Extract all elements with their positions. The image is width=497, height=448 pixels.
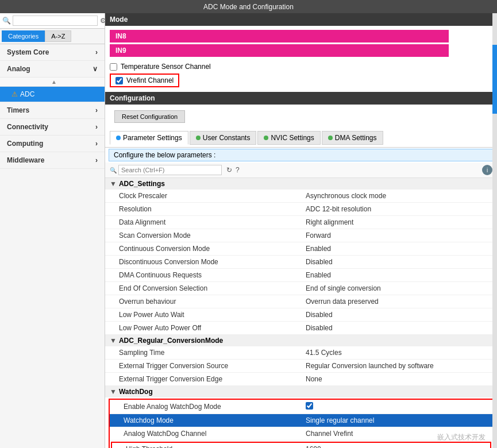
refresh-icon[interactable]: ↻: [226, 166, 232, 174]
sidebar-item-label: Timers: [7, 106, 29, 114]
sidebar-item-adc[interactable]: ⚠ ADC: [0, 87, 105, 102]
param-name: Low Power Auto Power Off: [119, 323, 306, 333]
param-row-data-alignment: Data Alignment Right alignment: [105, 216, 497, 229]
sidebar-item-label: System Core: [7, 48, 49, 56]
param-value[interactable]: Enabled: [306, 244, 492, 254]
watchdog-outer-box: Enable Analog WatchDog Mode Watchdog Mod…: [109, 399, 494, 448]
chevron-right-icon: ›: [95, 123, 98, 131]
help-icon[interactable]: ?: [236, 166, 240, 174]
mode-label: Mode: [110, 16, 128, 24]
sidebar-item-label: Analog: [7, 65, 30, 73]
param-row-dma-continuous: DMA Continuous Requests Enabled: [105, 269, 497, 282]
param-tab-bar: Parameter Settings User Constants NVIC S…: [105, 129, 497, 148]
watchdog-row-mode: Watchdog Mode Single regular channel: [110, 414, 492, 427]
param-value[interactable]: Regular Conversion launched by software: [306, 361, 492, 371]
param-search-input[interactable]: [118, 165, 222, 175]
param-row-ext-trigger-edge: External Trigger Conversion Edge None: [105, 373, 497, 386]
reset-btn-container: Reset Configuration: [105, 105, 497, 129]
group-label: ADC_Settings: [119, 180, 165, 188]
sidebar-item-label: Middleware: [7, 156, 44, 164]
chevron-right-icon: ›: [95, 48, 98, 56]
sidebar-item-connectivity[interactable]: Connectivity ›: [0, 119, 105, 136]
gear-icon[interactable]: ⚙: [100, 17, 105, 25]
param-row-ext-trigger-source: External Trigger Conversion Source Regul…: [105, 360, 497, 373]
param-value[interactable]: Disabled: [306, 257, 492, 267]
configure-label-bar: Configure the below parameters :: [109, 149, 494, 161]
mode-section-header: Mode: [105, 13, 497, 26]
chevron-down-icon: ▼: [110, 337, 117, 345]
tab-label: Parameter Settings: [123, 134, 182, 142]
param-name: Sampling Time: [119, 347, 306, 358]
vrefint-label: Vrefint Channel: [126, 76, 174, 84]
config-label: Configuration: [110, 94, 155, 102]
configure-label: Configure the below parameters :: [114, 151, 215, 159]
param-row-clock-prescaler: Clock Prescaler Asynchronous clock mode: [105, 190, 497, 203]
chevron-right-icon: ›: [95, 156, 98, 164]
watermark: 嵌入式技术开发: [437, 432, 486, 442]
sidebar-item-label: Computing: [7, 140, 43, 148]
adc-settings-group-header[interactable]: ▼ ADC_Settings: [105, 178, 497, 190]
temp-sensor-row: Temperature Sensor Channel: [105, 61, 497, 72]
param-name: Data Alignment: [119, 217, 306, 227]
search-icon: 🔍: [2, 17, 11, 25]
param-value[interactable]: 1600: [306, 444, 486, 448]
param-value[interactable]: Disabled: [306, 323, 492, 333]
channel-in9[interactable]: IN9: [110, 44, 449, 57]
param-row-overrun: Overrun behaviour Overrun data preserved: [105, 295, 497, 308]
tab-label: DMA Settings: [335, 134, 377, 142]
watchdog-threshold-box: High Threshold 1600 Low Threshold 0: [111, 442, 491, 448]
tab-categories[interactable]: Categories: [2, 30, 45, 42]
sidebar-item-list: System Core › Analog ∨ ▲ ⚠ ADC Tim: [0, 44, 105, 448]
param-row-continuous-conversion: Continuous Conversion Mode Enabled: [105, 242, 497, 256]
watchdog-row-enable: Enable Analog WatchDog Mode: [110, 400, 492, 414]
title-bar: ADC Mode and Configuration: [0, 0, 497, 13]
param-row-low-power-wait: Low Power Auto Wait Disabled: [105, 308, 497, 322]
tab-user-constants[interactable]: User Constants: [190, 131, 257, 145]
param-value[interactable]: Single regular channel: [306, 415, 488, 426]
sidebar-item-timers[interactable]: Timers ›: [0, 102, 105, 119]
param-value[interactable]: 41.5 Cycles: [306, 347, 492, 358]
param-value[interactable]: ADC 12-bit resolution: [306, 204, 492, 214]
sidebar-search-input[interactable]: [13, 16, 98, 26]
tab-atoz[interactable]: A->Z: [45, 30, 71, 42]
vrefint-checkbox[interactable]: [115, 77, 123, 84]
param-name: Low Power Auto Wait: [119, 310, 306, 320]
tab-nvic-settings[interactable]: NVIC Settings: [257, 131, 320, 145]
param-row-sampling-time: Sampling Time 41.5 Cycles: [105, 346, 497, 360]
param-value[interactable]: Enabled: [306, 270, 492, 280]
sidebar-item-system-core[interactable]: System Core ›: [0, 44, 105, 61]
param-value[interactable]: End of single conversion: [306, 283, 492, 293]
adc-regular-group-header[interactable]: ▼ ADC_Regular_ConversionMode: [105, 335, 497, 346]
param-value[interactable]: Right alignment: [306, 217, 492, 227]
param-value[interactable]: Forward: [306, 230, 492, 241]
sidebar-item-computing[interactable]: Computing ›: [0, 136, 105, 152]
param-name: End Of Conversion Selection: [119, 283, 306, 293]
param-row-eoc-selection: End Of Conversion Selection End of singl…: [105, 282, 497, 295]
param-name: DMA Continuous Requests: [119, 270, 306, 280]
enable-watchdog-checkbox[interactable]: [306, 402, 313, 410]
param-name: External Trigger Conversion Source: [119, 361, 306, 371]
tab-dot-icon: [264, 136, 268, 140]
info-icon[interactable]: i: [482, 165, 492, 175]
param-value[interactable]: Disabled: [306, 310, 492, 320]
sidebar: 🔍 ⚙ Categories A->Z System Core › Analog…: [0, 13, 105, 448]
param-value[interactable]: Overrun data preserved: [306, 296, 492, 307]
watchdog-group-header[interactable]: ▼ WatchDog: [105, 386, 497, 397]
tab-dma-settings[interactable]: DMA Settings: [322, 131, 383, 145]
param-row-low-power-off: Low Power Auto Power Off Disabled: [105, 322, 497, 335]
window-title: ADC Mode and Configuration: [203, 3, 294, 11]
channel-list: IN8 IN9: [105, 26, 497, 61]
param-name: Resolution: [119, 204, 306, 214]
sidebar-item-middleware[interactable]: Middleware ›: [0, 152, 105, 169]
sidebar-item-label: Connectivity: [7, 123, 48, 131]
temp-sensor-checkbox[interactable]: [110, 63, 117, 71]
param-value[interactable]: Asynchronous clock mode: [306, 191, 492, 201]
warning-icon: ⚠: [11, 90, 18, 98]
sidebar-item-analog[interactable]: Analog ∨: [0, 61, 105, 78]
chevron-right-icon: ›: [95, 140, 98, 148]
param-row-scan-conversion: Scan Conversion Mode Forward: [105, 229, 497, 242]
param-value[interactable]: None: [306, 374, 492, 384]
reset-config-button[interactable]: Reset Configuration: [114, 110, 185, 123]
tab-parameter-settings[interactable]: Parameter Settings: [110, 131, 188, 145]
channel-in8[interactable]: IN8: [110, 30, 449, 43]
